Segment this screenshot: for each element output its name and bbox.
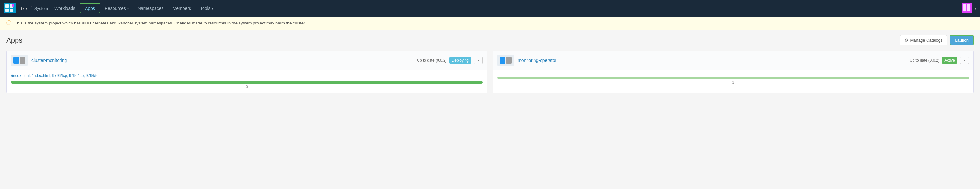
logo-part-gray — [20, 57, 25, 64]
brand-logo[interactable] — [4, 3, 16, 13]
app-name-2[interactable]: monitoring-operator — [518, 58, 906, 63]
app-more-button-1[interactable]: ⋮ — [474, 57, 483, 64]
app-version-1: Up to date (0.0.2) — [417, 58, 446, 63]
nav-separator: / — [30, 6, 32, 11]
warning-banner: ⓘ This is the system project which has a… — [0, 16, 980, 30]
nav-item-resources[interactable]: Resources ▾ — [100, 4, 133, 13]
app-logo-1 — [11, 55, 28, 66]
progress-label-2: 1 — [497, 80, 969, 84]
brand[interactable] — [4, 3, 16, 13]
user-chevron-icon: ▾ — [975, 7, 976, 10]
app-status-badge-1: Deploying — [449, 57, 471, 64]
cluster-selector[interactable]: t7 ▾ — [18, 5, 30, 12]
gear-icon: ⚙ — [904, 38, 908, 43]
nav-item-workloads[interactable]: Workloads — [50, 4, 80, 13]
manage-catalogs-button[interactable]: ⚙ Manage Catalogs — [900, 35, 947, 45]
app-status-badge-2: Active — [942, 57, 958, 64]
app-progress-area-1: 0 — [11, 81, 483, 89]
page-header: Apps ⚙ Manage Catalogs Launch — [6, 35, 974, 45]
user-avatar[interactable] — [962, 3, 972, 13]
svg-rect-6 — [967, 5, 970, 8]
app-more-button-2[interactable]: ⋮ — [960, 57, 969, 64]
svg-rect-0 — [5, 5, 9, 8]
app-name-1[interactable]: cluster-monitoring — [32, 58, 413, 63]
logo-part-blue-2 — [500, 57, 505, 64]
app-version-2: Up to date (0.0.2) — [910, 58, 939, 63]
nav-items: Workloads Apps Resources ▾ Namespaces Me… — [50, 3, 962, 13]
svg-rect-8 — [967, 8, 970, 11]
cluster-label: System — [32, 6, 50, 11]
header-actions: ⚙ Manage Catalogs Launch — [900, 35, 974, 45]
app-card-body-2: 1 — [493, 70, 973, 89]
svg-rect-7 — [963, 8, 966, 11]
app-progress-area-2: 1 — [497, 76, 969, 84]
warning-text: This is the system project which has all… — [14, 21, 306, 25]
nav-item-workloads-label: Workloads — [54, 6, 75, 11]
svg-rect-5 — [963, 5, 966, 8]
page-title: Apps — [6, 36, 22, 44]
progress-bar-fill-1 — [11, 81, 483, 84]
app-status-area-1: Up to date (0.0.2) Deploying ⋮ — [417, 57, 483, 64]
app-card-monitoring-operator: monitoring-operator Up to date (0.0.2) A… — [493, 51, 974, 94]
app-logo-2 — [497, 55, 514, 66]
app-card-body-1: /index.html, /index.html, 9796/tcp, 9796… — [7, 70, 487, 93]
nav-item-apps-label: Apps — [85, 6, 95, 11]
cluster-name: t7 — [21, 6, 24, 11]
app-status-area-2: Up to date (0.0.2) Active ⋮ — [910, 57, 969, 64]
app-card-header-1: cluster-monitoring Up to date (0.0.2) De… — [7, 51, 487, 70]
manage-catalogs-label: Manage Catalogs — [910, 38, 942, 43]
nav-item-resources-label: Resources — [105, 6, 126, 11]
app-links-1: /index.html, /index.html, 9796/tcp, 9796… — [11, 73, 483, 78]
progress-bar-fill-2 — [497, 76, 969, 79]
nav-item-members-label: Members — [173, 6, 191, 11]
launch-label: Launch — [955, 38, 969, 43]
app-card-cluster-monitoring: cluster-monitoring Up to date (0.0.2) De… — [6, 51, 487, 94]
progress-bar-container-1 — [11, 81, 483, 84]
nav-right: ▾ — [962, 3, 976, 13]
nav-item-namespaces[interactable]: Namespaces — [133, 4, 168, 13]
tools-chevron-icon: ▾ — [212, 7, 213, 10]
svg-rect-3 — [10, 9, 13, 12]
main-content: Apps ⚙ Manage Catalogs Launch cluster-m — [0, 30, 980, 98]
navbar: t7 ▾ / System Workloads Apps Resources ▾… — [0, 0, 980, 16]
nav-item-members[interactable]: Members — [168, 4, 196, 13]
apps-grid: cluster-monitoring Up to date (0.0.2) De… — [6, 51, 974, 94]
nav-item-tools[interactable]: Tools ▾ — [196, 4, 218, 13]
svg-point-4 — [12, 4, 14, 7]
warning-icon: ⓘ — [6, 20, 11, 26]
nav-item-namespaces-label: Namespaces — [138, 6, 164, 11]
app-card-header-2: monitoring-operator Up to date (0.0.2) A… — [493, 51, 973, 70]
launch-button[interactable]: Launch — [950, 35, 974, 45]
progress-label-1: 0 — [11, 85, 483, 89]
svg-rect-2 — [5, 9, 9, 12]
nav-item-tools-label: Tools — [200, 6, 210, 11]
logo-part-blue — [13, 57, 19, 64]
logo-part-gray-2 — [506, 57, 512, 64]
cluster-chevron-icon: ▾ — [26, 7, 27, 10]
progress-bar-container-2 — [497, 76, 969, 79]
resources-chevron-icon: ▾ — [127, 7, 129, 10]
nav-item-apps[interactable]: Apps — [80, 3, 100, 13]
